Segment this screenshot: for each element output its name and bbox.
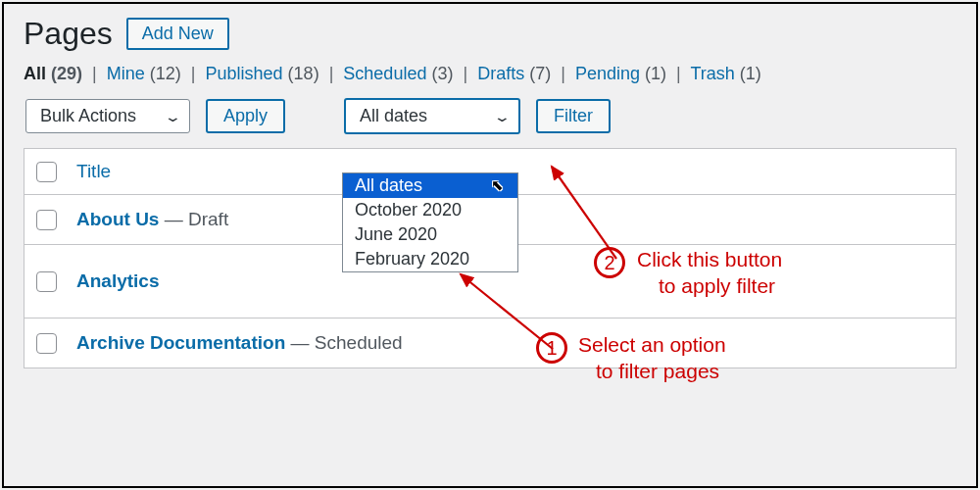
- bulk-actions-label: Bulk Actions: [40, 106, 136, 126]
- add-new-button[interactable]: Add New: [126, 18, 229, 50]
- date-filter-label: All dates: [360, 106, 427, 126]
- bulk-actions-select[interactable]: Bulk Actions ⌄: [25, 99, 190, 133]
- dropdown-option[interactable]: All dates ⬉: [343, 173, 517, 198]
- row-title-link[interactable]: Analytics: [76, 270, 159, 292]
- title-column-header[interactable]: Title: [76, 161, 111, 182]
- chevron-down-icon: ⌄: [164, 109, 182, 124]
- view-trash[interactable]: Trash (1): [690, 64, 760, 83]
- dropdown-option[interactable]: June 2020: [343, 222, 517, 247]
- row-status: Scheduled: [315, 332, 403, 353]
- view-scheduled[interactable]: Scheduled (3): [343, 64, 453, 83]
- select-all-checkbox[interactable]: [36, 162, 57, 182]
- row-checkbox[interactable]: [36, 271, 57, 292]
- view-published[interactable]: Published (18): [206, 64, 319, 83]
- row-checkbox[interactable]: [36, 333, 57, 354]
- annotation-text-1: Select an optionto filter pages: [578, 331, 726, 385]
- apply-button[interactable]: Apply: [206, 99, 285, 133]
- date-filter-select[interactable]: All dates ⌄: [344, 98, 520, 134]
- filter-button[interactable]: Filter: [536, 99, 611, 133]
- row-title-link[interactable]: About Us: [76, 209, 159, 229]
- row-checkbox[interactable]: [36, 210, 57, 230]
- row-title-link[interactable]: Archive Documentation: [76, 332, 285, 353]
- view-filters: All (29) | Mine (12) | Published (18) | …: [4, 58, 976, 98]
- svg-line-1: [552, 167, 616, 259]
- view-drafts[interactable]: Drafts (7): [477, 64, 551, 83]
- view-mine[interactable]: Mine (12): [107, 64, 181, 83]
- chevron-down-icon: ⌄: [493, 109, 512, 124]
- annotation-badge-1: 1: [536, 332, 567, 364]
- dropdown-option[interactable]: October 2020: [343, 198, 517, 222]
- view-pending[interactable]: Pending (1): [575, 64, 666, 83]
- page-title: Pages: [24, 16, 113, 52]
- view-all[interactable]: All (29): [24, 64, 82, 83]
- row-status: Draft: [188, 209, 228, 229]
- cursor-icon: ⬉: [491, 176, 504, 194]
- annotation-text-2: Click this buttonto apply filter: [637, 246, 782, 300]
- annotation-badge-2: 2: [594, 247, 625, 278]
- date-filter-dropdown[interactable]: All dates ⬉ October 2020 June 2020 Febru…: [342, 172, 518, 272]
